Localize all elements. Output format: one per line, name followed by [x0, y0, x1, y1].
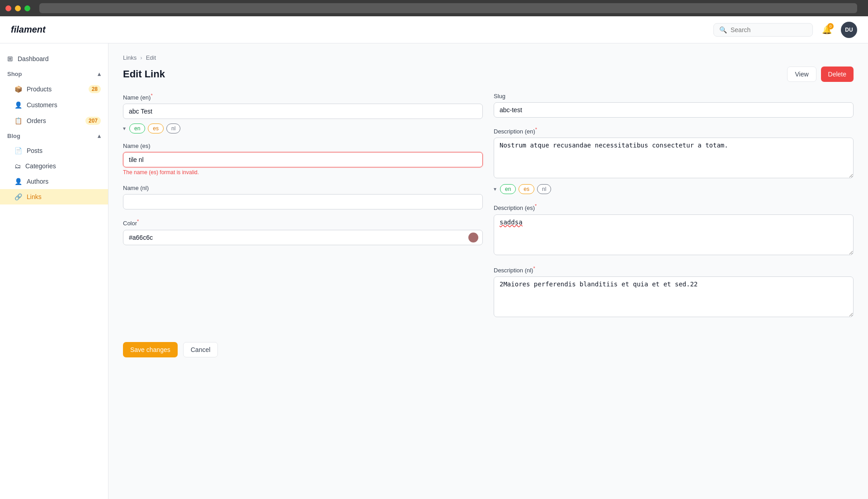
products-icon: 📦: [14, 86, 22, 93]
name-nl-input[interactable]: [123, 194, 483, 209]
search-icon: 🔍: [719, 26, 727, 33]
name-tab-nl[interactable]: nl: [166, 124, 180, 133]
traffic-light-yellow[interactable]: [15, 5, 21, 11]
breadcrumb-edit: Edit: [146, 54, 156, 61]
top-bar: filament 🔍 🔔 0 DU: [0, 16, 868, 43]
sidebar-authors-label: Authors: [27, 178, 48, 185]
desc-lang-chevron[interactable]: ▾: [494, 186, 496, 192]
sidebar-item-products[interactable]: 📦 Products 28: [0, 81, 108, 97]
description-nl-textarea[interactable]: 2Maiores perferendis blanditiis et quia …: [494, 276, 854, 317]
sidebar-shop-section[interactable]: Shop ▴: [0, 67, 108, 81]
color-label: Color*: [123, 219, 483, 227]
form-actions: Save changes Cancel: [123, 342, 854, 357]
sidebar-blog-label: Blog: [7, 133, 20, 139]
sidebar-dashboard-label: Dashboard: [18, 55, 49, 62]
description-en-label: Description (en)*: [494, 127, 854, 135]
description-en-section: Description (en)* Nostrum atque recusand…: [494, 127, 854, 194]
address-bar: [39, 3, 857, 13]
color-input[interactable]: [123, 230, 483, 245]
notification-badge: 0: [827, 23, 834, 29]
products-badge: 28: [89, 85, 101, 93]
slug-label: Slug: [494, 93, 854, 100]
app-logo: filament: [11, 24, 46, 35]
authors-icon: 👤: [14, 178, 22, 185]
color-input-wrapper: [123, 230, 483, 245]
avatar[interactable]: DU: [841, 22, 857, 38]
name-lang-chevron[interactable]: ▾: [123, 125, 126, 132]
cancel-button[interactable]: Cancel: [183, 342, 218, 357]
top-bar-right: 🔍 🔔 0 DU: [713, 22, 857, 38]
main-content: Links › Edit Edit Link View Delete: [108, 43, 868, 499]
sidebar-item-categories[interactable]: 🗂 Categories: [0, 158, 108, 174]
name-es-error: The name (es) format is invalid.: [123, 169, 483, 176]
form-right-column: Slug Description (en)* Nostrum atque rec…: [494, 93, 854, 328]
page-header: Edit Link View Delete: [123, 67, 854, 82]
name-es-section: Name (es) The name (es) format is invali…: [123, 143, 483, 176]
name-lang-tabs: ▾ en es nl: [123, 124, 483, 133]
orders-icon: 📋: [14, 117, 22, 124]
description-es-section: Description (es)* saddsa: [494, 203, 854, 256]
description-es-textarea[interactable]: saddsa: [494, 214, 854, 255]
categories-icon: 🗂: [14, 162, 21, 170]
description-nl-label: Description (nl)*: [494, 266, 854, 274]
desc-tab-es[interactable]: es: [519, 184, 534, 194]
description-nl-section: Description (nl)* 2Maiores perferendis b…: [494, 266, 854, 318]
name-es-label: Name (es): [123, 143, 483, 149]
sidebar-item-authors[interactable]: 👤 Authors: [0, 174, 108, 189]
sidebar: ⊞ Dashboard Shop ▴ 📦 Products 28 👤 Custo…: [0, 43, 108, 499]
sidebar-orders-label: Orders: [27, 117, 46, 124]
desc-lang-tabs: ▾ en es nl: [494, 184, 854, 194]
sidebar-item-customers[interactable]: 👤 Customers: [0, 97, 108, 113]
shop-chevron-icon: ▴: [98, 71, 101, 77]
save-button[interactable]: Save changes: [123, 342, 178, 357]
edit-link-form: Name (en)* ▾ en es nl: [123, 93, 854, 357]
sidebar-categories-label: Categories: [25, 162, 56, 170]
sidebar-item-posts[interactable]: 📄 Posts: [0, 143, 108, 158]
page-header-actions: View Delete: [787, 67, 854, 82]
sidebar-shop-label: Shop: [7, 71, 22, 77]
breadcrumb-separator: ›: [140, 54, 142, 61]
delete-button[interactable]: Delete: [821, 67, 854, 82]
links-icon: 🔗: [14, 193, 22, 200]
slug-input[interactable]: [494, 102, 854, 118]
sidebar-posts-label: Posts: [27, 147, 42, 154]
breadcrumb-links[interactable]: Links: [123, 54, 137, 61]
dashboard-icon: ⊞: [7, 55, 13, 63]
traffic-light-green[interactable]: [24, 5, 30, 11]
sidebar-item-links[interactable]: 🔗 Links: [0, 189, 108, 204]
name-nl-section: Name (nl): [123, 185, 483, 209]
name-en-input[interactable]: [123, 104, 483, 119]
slug-section: Slug: [494, 93, 854, 118]
notification-button[interactable]: 🔔 0: [820, 23, 834, 37]
search-input[interactable]: [731, 26, 807, 33]
customers-icon: 👤: [14, 101, 22, 109]
name-es-input[interactable]: [123, 152, 483, 167]
name-tab-es[interactable]: es: [148, 124, 164, 133]
name-nl-label: Name (nl): [123, 185, 483, 191]
name-en-section: Name (en)* ▾ en es nl: [123, 93, 483, 133]
search-box[interactable]: 🔍: [713, 23, 813, 37]
sidebar-products-label: Products: [27, 86, 52, 93]
desc-tab-nl[interactable]: nl: [537, 184, 551, 194]
description-en-textarea[interactable]: Nostrum atque recusandae necessitatibus …: [494, 138, 854, 178]
name-tab-en[interactable]: en: [129, 124, 145, 133]
view-button[interactable]: View: [787, 67, 816, 82]
sidebar-item-orders[interactable]: 📋 Orders 207: [0, 113, 108, 129]
orders-badge: 207: [85, 117, 101, 125]
desc-tab-en[interactable]: en: [500, 184, 516, 194]
name-en-label: Name (en)*: [123, 93, 483, 101]
sidebar-customers-label: Customers: [27, 101, 57, 109]
blog-chevron-icon: ▴: [98, 133, 101, 139]
traffic-light-red[interactable]: [5, 5, 11, 11]
color-section: Color*: [123, 219, 483, 245]
description-es-label: Description (es)*: [494, 203, 854, 211]
breadcrumb: Links › Edit: [123, 54, 854, 61]
sidebar-links-label: Links: [27, 193, 42, 200]
sidebar-item-dashboard[interactable]: ⊞ Dashboard: [0, 51, 108, 67]
color-swatch[interactable]: [468, 233, 478, 242]
form-left-column: Name (en)* ▾ en es nl: [123, 93, 483, 328]
sidebar-blog-section[interactable]: Blog ▴: [0, 129, 108, 143]
page-title: Edit Link: [123, 68, 165, 80]
posts-icon: 📄: [14, 147, 22, 154]
window-chrome: [0, 0, 868, 16]
